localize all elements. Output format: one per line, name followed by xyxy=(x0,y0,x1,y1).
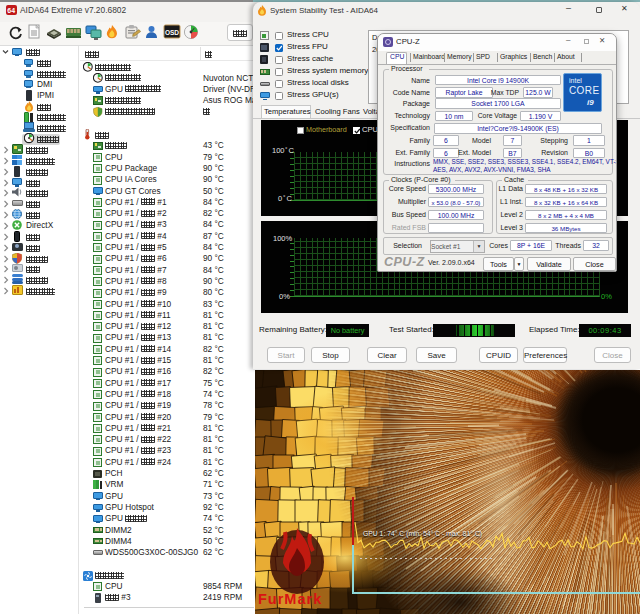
svg-text:FurMark: FurMark xyxy=(258,591,322,607)
svg-text:OSD: OSD xyxy=(165,29,179,36)
